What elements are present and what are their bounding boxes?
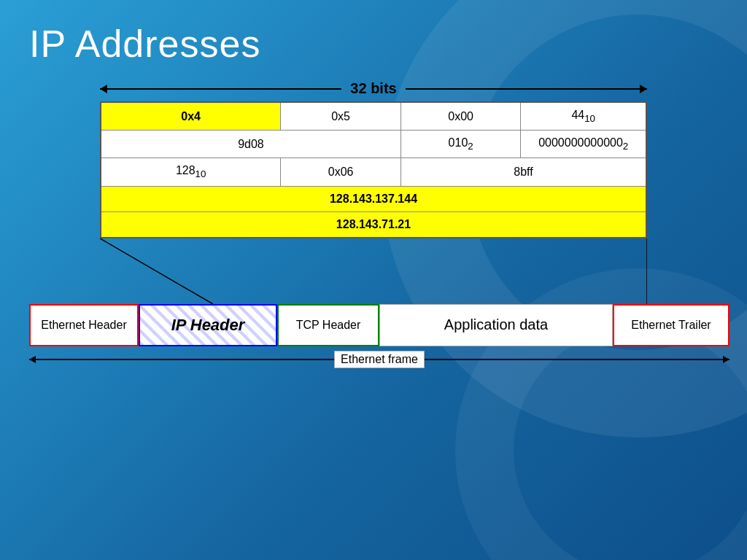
arrow-line-left (100, 88, 341, 90)
cell-src-ip: 128.143.137.144 (101, 186, 646, 211)
table-row: 0x4 0x5 0x00 4410 (101, 102, 646, 131)
connector-area (100, 238, 647, 304)
table-row: 12810 0x06 8bff (101, 158, 646, 186)
table-row: 9d08 0102 00000000000002 (101, 131, 646, 158)
ethernet-trailer-segment: Ethernet Trailer (613, 304, 729, 346)
svg-line-0 (100, 238, 213, 304)
tcp-header-label: TCP Header (296, 319, 361, 332)
ip-header-table: 0x4 0x5 0x00 4410 9d08 0102 000000000000… (100, 101, 647, 238)
ip-table-wrapper: 0x4 0x5 0x00 4410 9d08 0102 000000000000… (100, 101, 647, 238)
ethernet-frame-arrow: Ethernet frame (29, 351, 729, 368)
cell-ttl: 12810 (101, 158, 281, 186)
frame-arrow-right (425, 359, 729, 360)
arrow-line-right (406, 88, 647, 90)
table-row: 128.143.71.21 (101, 211, 646, 238)
ethernet-header-segment: Ethernet Header (29, 304, 139, 346)
cell-checksum: 8bff (400, 158, 646, 186)
ip-header-segment: IP Header (139, 304, 277, 346)
cell-version: 0x4 (101, 102, 281, 131)
frame-arrow-left (29, 359, 334, 360)
bits-label-container: 32 bits (100, 80, 647, 97)
table-row: 128.143.137.144 (101, 186, 646, 211)
cell-dst-ip: 128.143.71.21 (101, 211, 646, 238)
cell-tos: 0x00 (400, 102, 521, 131)
cell-length: 4410 (521, 102, 646, 131)
ethernet-header-label: Ethernet Header (41, 319, 126, 332)
tcp-header-segment: TCP Header (277, 304, 379, 346)
ip-header-label: IP Header (171, 316, 245, 335)
bits-arrow: 32 bits (100, 80, 647, 97)
cell-flags: 0102 (400, 131, 521, 158)
cell-protocol: 0x06 (281, 158, 401, 186)
bits-label: 32 bits (341, 80, 405, 97)
ethernet-frame-label: Ethernet frame (334, 351, 425, 368)
app-data-segment: Application data (379, 304, 613, 346)
ethernet-trailer-label: Ethernet Trailer (631, 319, 711, 332)
cell-fragment: 00000000000002 (521, 131, 646, 158)
frame-bar: Ethernet Header IP Header TCP Header App… (29, 304, 729, 346)
connector-svg (100, 238, 647, 304)
app-data-label: Application data (444, 316, 548, 333)
cell-ihl: 0x5 (281, 102, 401, 131)
page-title: IP Addresses (29, 22, 718, 66)
cell-id: 9d08 (101, 131, 400, 158)
